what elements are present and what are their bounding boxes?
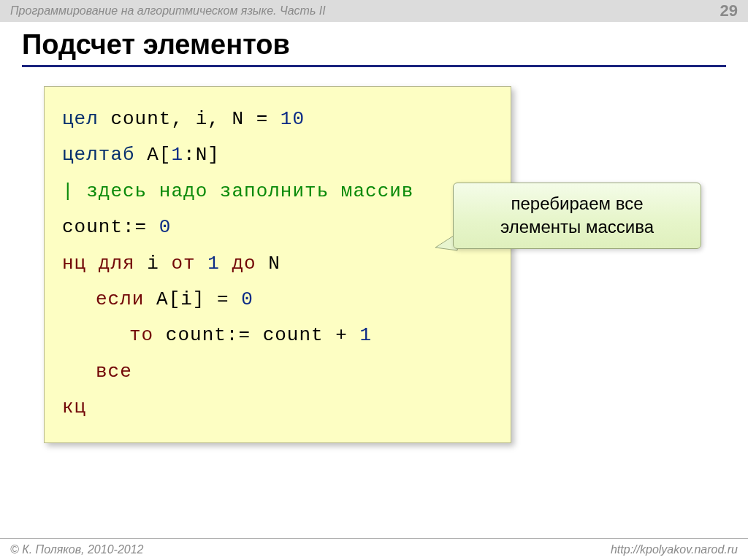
code-line: цел count, i, N = 10 bbox=[62, 101, 493, 137]
footer-url: http://kpolyakov.narod.ru bbox=[611, 543, 738, 556]
code-text bbox=[196, 253, 208, 275]
number: 0 bbox=[241, 288, 253, 310]
keyword: от bbox=[171, 253, 195, 275]
copyright: © К. Поляков, 2010-2012 bbox=[10, 543, 143, 556]
code-line: то count:= count + 1 bbox=[62, 318, 493, 353]
footer-bar: © К. Поляков, 2010-2012 http://kpolyakov… bbox=[0, 538, 748, 560]
code-line: целтаб A[1:N] bbox=[62, 137, 493, 173]
header-bar: Программирование на алгоритмическом язык… bbox=[0, 0, 748, 22]
code-line: если A[i] = 0 bbox=[62, 282, 493, 318]
number: 10 bbox=[280, 108, 305, 130]
code-text: A[ bbox=[135, 144, 172, 166]
code-box: цел count, i, N = 10 целтаб A[1:N] | зде… bbox=[44, 86, 511, 443]
number: 1 bbox=[207, 253, 220, 275]
keyword: все bbox=[62, 354, 493, 390]
number: 1 bbox=[359, 324, 372, 346]
keyword: до bbox=[232, 253, 256, 275]
code-line: нц для i от 1 до N bbox=[62, 246, 493, 282]
page-title: Подсчет элементов bbox=[22, 29, 726, 61]
keyword: цел bbox=[62, 108, 99, 130]
code-text bbox=[220, 253, 232, 275]
page-number: 29 bbox=[720, 1, 738, 20]
title-block: Подсчет элементов bbox=[0, 22, 748, 73]
code-text: N bbox=[256, 253, 280, 275]
code-comment: | здесь надо заполнить массив bbox=[62, 174, 493, 210]
code-text: A[i] = bbox=[144, 288, 241, 310]
code-text: count, i, N = bbox=[99, 108, 280, 130]
code-text: :N] bbox=[183, 144, 220, 166]
code-text: count:= count + bbox=[153, 324, 359, 346]
callout-line: элементы массива bbox=[467, 215, 687, 239]
title-rule bbox=[22, 65, 726, 67]
keyword: если bbox=[96, 288, 144, 310]
keyword: нц для bbox=[62, 253, 135, 275]
content-area: цел count, i, N = 10 целтаб A[1:N] | зде… bbox=[0, 73, 748, 443]
keyword: то bbox=[129, 324, 153, 346]
keyword: целтаб bbox=[62, 144, 135, 166]
callout-line: перебираем все bbox=[467, 192, 687, 215]
number: 1 bbox=[171, 144, 183, 166]
code-line: count:= 0 bbox=[62, 210, 493, 245]
course-title: Программирование на алгоритмическом язык… bbox=[10, 4, 326, 18]
code-text: count:= bbox=[62, 216, 159, 238]
callout-box: перебираем все элементы массива bbox=[453, 183, 701, 249]
keyword: кц bbox=[62, 390, 493, 426]
code-text: i bbox=[135, 253, 172, 275]
number: 0 bbox=[159, 216, 172, 238]
